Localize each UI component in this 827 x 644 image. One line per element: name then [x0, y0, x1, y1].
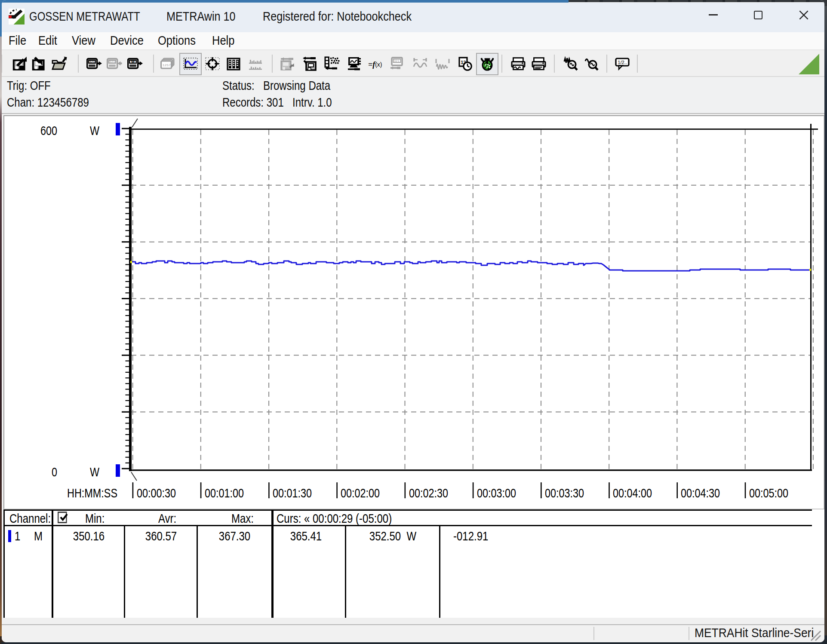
svg-text:(x): (x) [375, 61, 382, 68]
svg-text:1257: 1257 [163, 63, 171, 67]
svg-text:1/2..: 1/2.. [618, 60, 627, 65]
svg-text:321: 321 [89, 60, 95, 64]
svg-text:321: 321 [394, 59, 399, 63]
svg-text:M: M [131, 60, 135, 64]
svg-text:321: 321 [109, 60, 115, 64]
